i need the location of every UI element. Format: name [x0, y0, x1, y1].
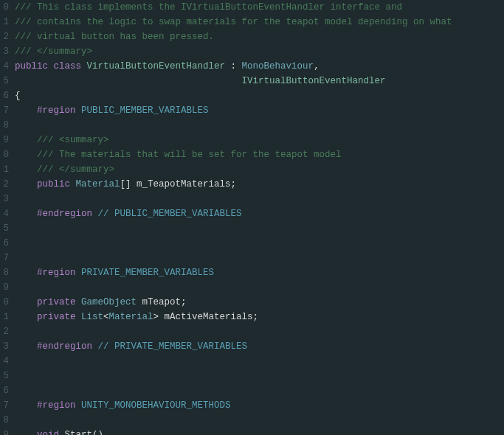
- code-line[interactable]: public Material[] m_TeapotMaterials;: [15, 177, 504, 192]
- token: GameObject: [81, 297, 137, 307]
- token: [76, 105, 82, 116]
- code-line[interactable]: /// This class implements the IVirtualBu…: [15, 0, 504, 15]
- code-line[interactable]: #region PRIVATE_MEMBER_VARIABLES: [15, 265, 504, 280]
- token: []: [120, 179, 137, 189]
- line-number: 7: [0, 398, 9, 413]
- token: public: [15, 61, 48, 72]
- token: mTeapot;: [137, 297, 187, 307]
- code-line[interactable]: IVirtualButtonEventHandler: [15, 74, 504, 88]
- code-line[interactable]: [15, 354, 504, 369]
- token: #region: [37, 400, 76, 411]
- line-number: 4: [0, 59, 9, 74]
- code-line[interactable]: [15, 383, 504, 398]
- token: [15, 164, 37, 175]
- code-line[interactable]: public class VirtualButtonEventHandler :…: [15, 59, 504, 74]
- code-line[interactable]: [15, 280, 504, 295]
- line-number: 5: [0, 221, 9, 236]
- token: Material: [109, 312, 153, 322]
- code-line[interactable]: #region PUBLIC_MEMBER_VARIABLES: [15, 103, 504, 118]
- line-number: 0: [0, 0, 9, 15]
- code-line[interactable]: /// The materials that will be set for t…: [15, 147, 504, 162]
- code-line[interactable]: [15, 324, 504, 339]
- line-number: 9: [0, 133, 9, 147]
- token: [76, 400, 82, 411]
- token: [15, 268, 37, 278]
- code-line[interactable]: private List<Material> mActiveMaterials;: [15, 310, 504, 324]
- line-number: 6: [0, 88, 9, 103]
- line-number: 6: [0, 236, 9, 251]
- token: PRIVATE_MEMBER_VARIABLES: [81, 268, 214, 278]
- code-line[interactable]: void Start(): [15, 428, 504, 435]
- token: /// </summary>: [37, 164, 114, 175]
- token: [92, 209, 98, 219]
- token: /// </summary>: [15, 46, 92, 57]
- token: public: [37, 179, 70, 189]
- token: VirtualButtonEventHandler: [87, 61, 226, 72]
- token: #region: [37, 268, 76, 278]
- token: /// This class implements the IVirtualBu…: [15, 2, 402, 13]
- token: ,: [314, 61, 320, 72]
- line-number-gutter: 0123456789012345678901234567890123456: [0, 0, 12, 435]
- code-area[interactable]: /// This class implements the IVirtualBu…: [12, 0, 504, 435]
- code-line[interactable]: /// <summary>: [15, 133, 504, 147]
- line-number: 2: [0, 324, 9, 339]
- token: ;: [231, 179, 237, 189]
- code-line[interactable]: [15, 118, 504, 133]
- code-line[interactable]: private GameObject mTeapot;: [15, 295, 504, 310]
- token: [15, 135, 37, 145]
- token: [15, 341, 37, 352]
- line-number: 9: [0, 428, 9, 435]
- token: [59, 430, 65, 435]
- token: [76, 312, 82, 322]
- token: [15, 76, 242, 86]
- line-number: 0: [0, 147, 9, 162]
- code-line[interactable]: [15, 413, 504, 428]
- code-line[interactable]: #endregion // PUBLIC_MEMBER_VARIABLES: [15, 206, 504, 221]
- token: // PUBLIC_MEMBER_VARIABLES: [98, 209, 242, 219]
- code-line[interactable]: /// </summary>: [15, 44, 504, 59]
- code-editor[interactable]: 0123456789012345678901234567890123456 //…: [0, 0, 504, 435]
- token: m_TeapotMaterials: [137, 179, 231, 189]
- token: [15, 400, 37, 411]
- code-line[interactable]: {: [15, 88, 504, 103]
- code-line[interactable]: [15, 221, 504, 236]
- token: [92, 341, 98, 352]
- code-line[interactable]: /// </summary>: [15, 162, 504, 177]
- line-number: 0: [0, 295, 9, 310]
- token: [15, 150, 37, 160]
- code-line[interactable]: [15, 369, 504, 383]
- line-number: 4: [0, 206, 9, 221]
- code-line[interactable]: [15, 251, 504, 265]
- code-line[interactable]: /// virtual button has been pressed.: [15, 29, 504, 44]
- line-number: 6: [0, 383, 9, 398]
- line-number: 1: [0, 162, 9, 177]
- line-number: 9: [0, 280, 9, 295]
- code-line[interactable]: [15, 236, 504, 251]
- line-number: 3: [0, 339, 9, 354]
- token: // PRIVATE_MEMBER_VARIABLES: [98, 341, 248, 352]
- line-number: 1: [0, 310, 9, 324]
- line-number: 8: [0, 118, 9, 133]
- token: [15, 179, 37, 189]
- token: [48, 61, 54, 72]
- line-number: 4: [0, 354, 9, 369]
- line-number: 5: [0, 74, 9, 88]
- token: MonoBehaviour: [242, 61, 314, 72]
- token: [15, 312, 37, 322]
- line-number: 1: [0, 15, 9, 29]
- token: Start: [65, 430, 93, 435]
- code-line[interactable]: /// contains the logic to swap materials…: [15, 15, 504, 29]
- token: PUBLIC_MEMBER_VARIABLES: [81, 105, 209, 116]
- code-line[interactable]: [15, 192, 504, 206]
- line-number: 2: [0, 29, 9, 44]
- code-line[interactable]: #region UNITY_MONOBEHAVIOUR_METHODS: [15, 398, 504, 413]
- token: #endregion: [37, 341, 92, 352]
- line-number: 5: [0, 369, 9, 383]
- token: [76, 268, 82, 278]
- code-line[interactable]: #endregion // PRIVATE_MEMBER_VARIABLES: [15, 339, 504, 354]
- token: /// contains the logic to swap materials…: [15, 17, 452, 27]
- token: #region: [37, 105, 76, 116]
- token: <: [103, 312, 109, 322]
- token: [70, 179, 76, 189]
- token: List: [81, 312, 103, 322]
